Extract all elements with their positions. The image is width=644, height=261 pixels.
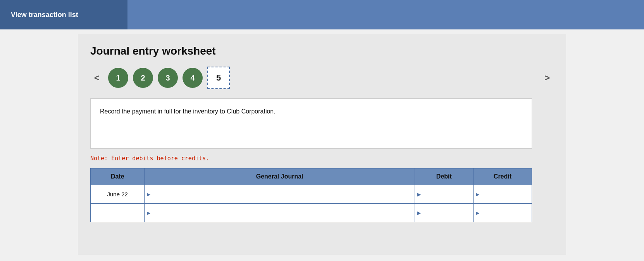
- view-transaction-button[interactable]: View transaction list: [0, 0, 127, 29]
- navigation-row: < 1 2 3 4 5 >: [90, 67, 554, 89]
- header-credit: Credit: [473, 168, 532, 185]
- journal-input-1[interactable]: [150, 189, 409, 199]
- cell-credit-2[interactable]: [473, 204, 532, 222]
- header-general-journal: General Journal: [145, 168, 415, 185]
- table-row: June 22: [91, 185, 532, 204]
- prev-arrow-button[interactable]: <: [90, 71, 103, 85]
- cell-credit-1[interactable]: [473, 185, 532, 204]
- cell-debit-2[interactable]: [415, 204, 473, 222]
- journal-table: Date General Journal Debit Credit June 2…: [90, 168, 532, 222]
- nav-circle-3[interactable]: 3: [158, 68, 178, 88]
- cell-date-2: [91, 204, 145, 222]
- debit-input-1[interactable]: [420, 189, 468, 199]
- description-box: Record the payment in full for the inven…: [90, 98, 532, 149]
- header-date: Date: [91, 168, 145, 185]
- cell-journal-1[interactable]: [145, 185, 415, 204]
- credit-input-2[interactable]: [479, 208, 526, 218]
- top-bar: View transaction list: [0, 0, 644, 29]
- table-header-row: Date General Journal Debit Credit: [91, 168, 532, 185]
- nav-circle-4[interactable]: 4: [183, 68, 203, 88]
- nav-circle-1[interactable]: 1: [108, 68, 128, 88]
- table-row: [91, 204, 532, 222]
- journal-input-2[interactable]: [150, 208, 409, 218]
- nav-current-5[interactable]: 5: [207, 67, 230, 89]
- cell-debit-1[interactable]: [415, 185, 473, 204]
- cell-date-1: June 22: [91, 185, 145, 204]
- credit-input-1[interactable]: [479, 189, 526, 199]
- debit-input-2[interactable]: [420, 208, 468, 218]
- main-container: Journal entry worksheet < 1 2 3 4 5 > Re…: [78, 34, 566, 255]
- cell-journal-2[interactable]: [145, 204, 415, 222]
- header-debit: Debit: [415, 168, 473, 185]
- worksheet-title: Journal entry worksheet: [90, 45, 554, 57]
- note-text: Note: Enter debits before credits.: [90, 155, 554, 162]
- next-arrow-button[interactable]: >: [541, 71, 554, 85]
- nav-circle-2[interactable]: 2: [133, 68, 153, 88]
